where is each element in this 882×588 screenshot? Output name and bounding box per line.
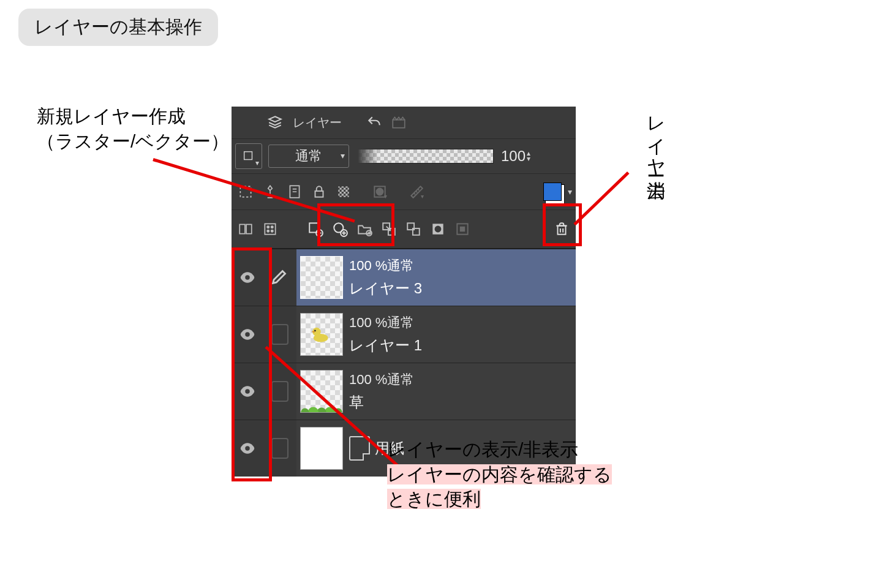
layer-panel: レイヤー ▾ 通常 ▾ 100 ▴▾ ▾ ▾ bbox=[232, 107, 576, 477]
visibility-toggle[interactable] bbox=[232, 249, 263, 306]
new-folder-icon[interactable] bbox=[354, 219, 375, 239]
edit-indicator bbox=[263, 306, 296, 363]
palette-icon[interactable] bbox=[260, 219, 281, 239]
layer-thumbnail bbox=[300, 256, 343, 299]
layer-thumbnail bbox=[300, 427, 343, 470]
layer-row[interactable]: 100 %通常 レイヤー 1 bbox=[232, 306, 576, 363]
svg-point-32 bbox=[245, 332, 250, 337]
lightbulb-icon[interactable] bbox=[260, 181, 281, 202]
svg-rect-5 bbox=[338, 186, 349, 197]
visibility-toggle[interactable] bbox=[232, 420, 263, 477]
callout-line bbox=[573, 172, 629, 225]
svg-rect-4 bbox=[315, 191, 323, 197]
opacity-value[interactable]: 100 ▴▾ bbox=[501, 148, 530, 165]
ruler-icon[interactable]: ▾ bbox=[405, 181, 426, 202]
mask-icon[interactable]: ▾ bbox=[369, 181, 390, 202]
svg-rect-12 bbox=[265, 224, 275, 234]
annotation-delete-layer: レイヤー消去 bbox=[643, 104, 668, 167]
layer-actions-row bbox=[232, 209, 576, 248]
layer-row[interactable]: 100 %通常 レイヤー 3 bbox=[232, 249, 576, 306]
layers-stack-icon bbox=[265, 112, 285, 133]
visibility-toggle[interactable] bbox=[232, 363, 263, 420]
svg-rect-1 bbox=[244, 152, 252, 160]
svg-rect-11 bbox=[246, 224, 252, 233]
svg-point-14 bbox=[271, 226, 273, 228]
svg-point-37 bbox=[245, 446, 250, 451]
visibility-toggle[interactable] bbox=[232, 306, 263, 363]
edit-indicator bbox=[263, 249, 296, 306]
new-raster-layer-icon[interactable] bbox=[305, 219, 326, 239]
svg-point-31 bbox=[245, 275, 250, 280]
annotation-new-layer: 新規レイヤー作成 （ラスター/ベクター） bbox=[37, 104, 229, 154]
section-title: レイヤーの基本操作 bbox=[18, 9, 218, 46]
opacity-spinner-icon[interactable]: ▴▾ bbox=[527, 151, 530, 162]
reference-layer-icon[interactable] bbox=[284, 181, 305, 202]
selection-icon[interactable] bbox=[235, 181, 256, 202]
svg-point-13 bbox=[267, 226, 269, 228]
svg-point-9 bbox=[376, 189, 383, 195]
edit-indicator bbox=[263, 420, 296, 477]
transfer-down-icon[interactable] bbox=[379, 219, 399, 239]
layer-thumbnail bbox=[300, 313, 343, 356]
blend-mode-select[interactable]: 通常 ▾ bbox=[268, 145, 349, 168]
svg-rect-10 bbox=[239, 224, 245, 233]
merge-down-icon[interactable] bbox=[403, 219, 424, 239]
layer-row[interactable]: 100 %通常 草 bbox=[232, 363, 576, 420]
layer-name[interactable]: 草 bbox=[349, 393, 576, 412]
delete-layer-button[interactable] bbox=[551, 219, 572, 239]
edit-indicator bbox=[263, 363, 296, 420]
flatten-icon[interactable] bbox=[428, 219, 448, 239]
layer-name[interactable]: レイヤー 1 bbox=[349, 336, 576, 355]
svg-rect-30 bbox=[558, 226, 566, 235]
layer-name[interactable]: レイヤー 3 bbox=[349, 279, 576, 298]
lock-icon[interactable] bbox=[309, 181, 330, 202]
svg-point-36 bbox=[245, 389, 250, 394]
clapper-icon[interactable] bbox=[388, 112, 409, 133]
undo-icon[interactable] bbox=[364, 112, 385, 133]
new-layer-split-button[interactable]: ▾ bbox=[235, 143, 262, 169]
apply-mask-icon[interactable] bbox=[452, 219, 473, 239]
layer-thumbnail bbox=[300, 370, 343, 413]
svg-point-27 bbox=[435, 226, 442, 233]
layer-mode-label: 100 %通常 bbox=[349, 257, 576, 275]
lock-alpha-icon[interactable] bbox=[333, 181, 354, 202]
paper-icon bbox=[349, 436, 370, 461]
new-vector-layer-icon[interactable] bbox=[330, 219, 350, 239]
svg-rect-0 bbox=[393, 120, 405, 128]
panel-menu-icon[interactable] bbox=[235, 110, 261, 135]
layer-color-swatch[interactable]: ▾ bbox=[543, 183, 572, 201]
two-pane-icon[interactable] bbox=[235, 219, 256, 239]
svg-point-16 bbox=[271, 230, 273, 232]
layer-mode-label: 100 %通常 bbox=[349, 314, 576, 332]
panel-tab-layers[interactable]: レイヤー bbox=[289, 115, 345, 131]
annotation-visibility: レイヤーの表示/非表示 レイヤーの内容を確認する ときに便利 bbox=[387, 437, 612, 512]
layer-mode-label: 100 %通常 bbox=[349, 371, 576, 389]
svg-rect-2 bbox=[240, 186, 251, 197]
svg-rect-29 bbox=[461, 227, 465, 232]
svg-point-15 bbox=[267, 230, 269, 232]
opacity-slider[interactable] bbox=[358, 149, 494, 164]
